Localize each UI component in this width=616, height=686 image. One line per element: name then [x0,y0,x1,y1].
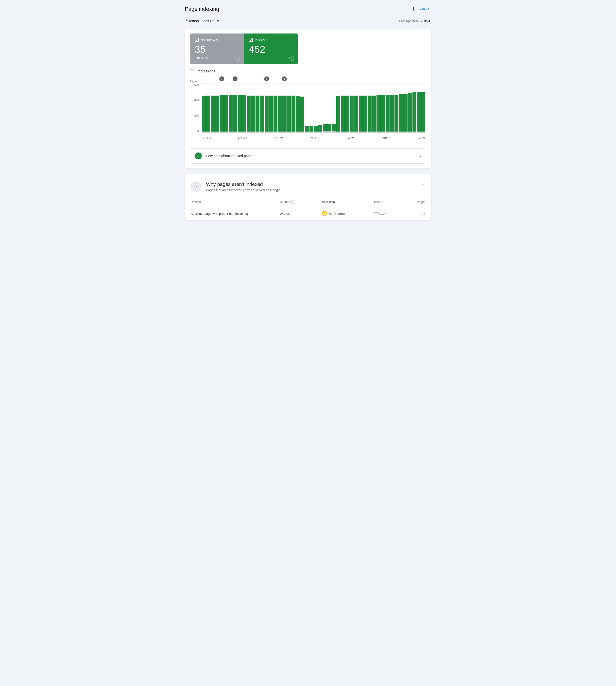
gray-bar [202,132,206,133]
view-data-button[interactable]: ✓ View data about indexed pages › [190,148,426,164]
why-not-indexed-card: i Why pages aren't indexed Pages that ar… [185,175,431,220]
green-bar [350,96,354,132]
not-indexed-checkbox[interactable] [195,38,199,42]
not-indexed-sub: 2 reasons [195,56,239,60]
bar-group [386,83,390,133]
bar-group [287,83,291,133]
green-bar [327,124,331,131]
sitemap-selector[interactable]: /sitemap_index.xml ▾ [186,18,219,24]
gray-bar [305,132,309,133]
index-summary: Not indexed 35 2 reasons ? Indexed 452 ? [190,33,426,64]
green-bar [381,95,385,132]
gray-bar [220,132,224,133]
table-body: Alternate page with proper canonical tag… [191,207,425,220]
gray-bar [291,132,295,133]
green-bar [336,96,340,132]
gray-bar [251,132,255,133]
green-bar [368,96,372,132]
bar-group [202,83,206,133]
gray-bar [309,132,313,133]
bar-group [251,83,255,133]
indexed-checkbox[interactable] [249,38,253,42]
gray-bar [215,132,219,133]
bar-group [359,83,363,133]
indexed-label: Indexed [249,38,293,42]
export-label: EXPORT [417,7,431,11]
gray-bar [233,132,237,133]
bar-group [300,83,304,133]
bar-group [215,83,219,133]
indexed-help[interactable]: ? [289,56,294,61]
green-bar [372,96,376,132]
gray-bar [376,132,380,133]
bar-group: 1 [265,83,269,133]
last-updated: Last updated: 9/10/24 [399,19,430,23]
last-updated-date: 9/10/24 [420,19,430,23]
gray-bar [417,132,421,133]
green-bar [386,95,390,132]
chevron-right-icon: › [419,153,421,159]
bar-group [376,83,380,133]
sitemap-path: /sitemap_index.xml [186,19,215,23]
bar-group [314,83,318,133]
bar-group [350,83,354,133]
gray-bar [363,132,367,133]
gray-bar [260,132,264,133]
green-bar [273,96,278,132]
green-bar [247,96,250,132]
annotation-bubble: 1 [233,76,238,81]
green-bar [421,92,425,132]
pages-axis-label: Pages [190,80,197,83]
col-header-pages: Pages [406,200,425,207]
gray-bar [278,132,282,133]
export-icon: ⬇ [412,6,415,12]
indexed-count: 452 [249,44,293,55]
gray-bar [359,132,363,133]
bar-group [273,83,278,133]
bar-group [247,83,250,133]
green-bar [269,96,273,132]
validation-cell: ! Not Started [322,207,374,220]
gray-bar [314,132,318,133]
filter-button[interactable]: ≡ [420,181,425,189]
source-help-icon[interactable]: ? [290,200,294,204]
bar-group [206,83,210,133]
card2-header: i Why pages aren't indexed Pages that ar… [191,181,425,192]
gray-bar [242,132,246,133]
green-bar [233,95,237,132]
not-indexed-help[interactable]: ? [235,56,240,61]
bar-group [341,83,345,133]
gray-bar [408,132,412,133]
gray-bar [269,132,273,133]
chart-bars-area: 1111 [201,83,426,133]
gray-bar [287,132,291,133]
bar-group [318,83,322,133]
bar-group [323,83,327,133]
gray-bar [354,132,358,133]
impressions-checkbox[interactable] [190,69,194,73]
bar-group [345,83,349,133]
impressions-label: Impressions [197,69,215,73]
not-indexed-tile: Not indexed 35 2 reasons ? [190,33,244,64]
green-check-icon: ✓ [195,153,202,159]
green-bar [323,124,327,131]
sort-arrow-icon: ↓ [336,200,338,204]
col-header-validation[interactable]: Validation ↓ [322,200,374,207]
bar-group [291,83,295,133]
export-button[interactable]: ⬇ EXPORT [412,6,431,12]
bar-group [296,83,300,133]
bar-group [309,83,313,133]
trend-chart [374,211,389,216]
bars-wrapper: 1111 [201,83,426,133]
bar-group [327,83,331,133]
col-header-reason: Reason [191,200,280,207]
green-bar [345,96,349,132]
gray-bar [336,132,340,133]
bar-group [336,83,340,133]
bar-group [413,83,416,133]
green-bar [229,95,233,132]
gray-bar [256,132,260,133]
gray-bar [403,132,407,133]
bar-group: 1 [282,83,286,133]
bar-group [399,83,403,133]
